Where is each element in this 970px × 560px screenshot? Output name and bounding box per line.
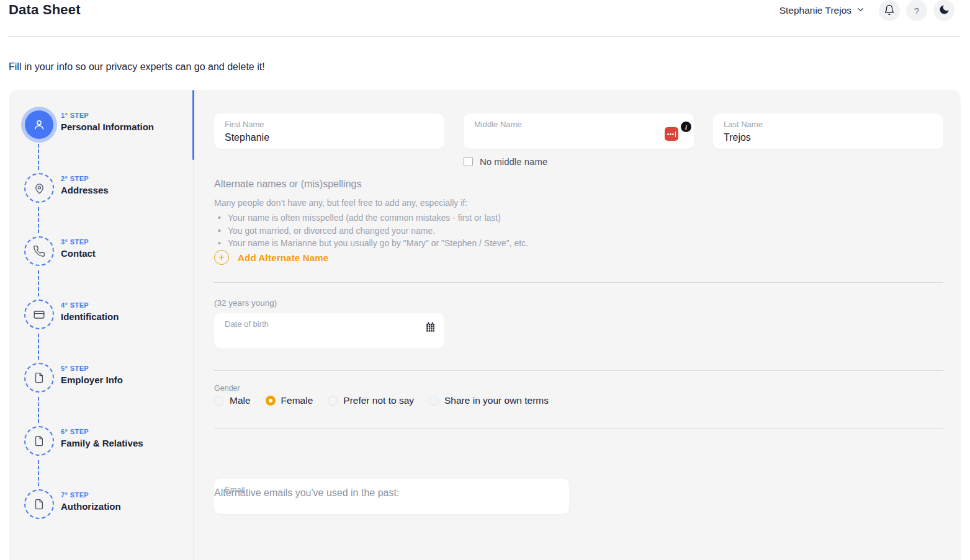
stepper: 1° STEPPersonal Information2° STEPAddres… — [9, 110, 193, 553]
step-number: 7° STEP — [61, 491, 121, 499]
moon-icon — [938, 4, 950, 17]
add-alternate-name-button[interactable]: + Add Alternate Name — [214, 250, 328, 265]
alternate-names-heading: Alternate names or (mis)spellings — [214, 179, 361, 190]
no-middle-name-row: No middle name — [464, 156, 547, 167]
alternate-names-bullet: Your name is often misspelled (add the c… — [218, 211, 528, 224]
step-number: 3° STEP — [61, 238, 96, 246]
step-number: 5° STEP — [61, 365, 123, 372]
step-number: 4° STEP — [61, 301, 119, 309]
section-divider — [214, 428, 943, 429]
age-note: (32 years young) — [214, 298, 277, 308]
first-name-label: First Name — [225, 120, 434, 129]
alternate-names-bullet: You got married, or divorced and changed… — [218, 224, 528, 238]
alternate-names-bullets: Your name is often misspelled (add the c… — [218, 211, 528, 250]
page-title: Data Sheet — [9, 2, 81, 18]
gender-option-label: Male — [230, 395, 251, 406]
last-name-field[interactable]: Last Name — [713, 113, 943, 149]
chevron-down-icon — [856, 5, 865, 17]
file-icon — [24, 363, 54, 393]
stepper-divider — [193, 90, 194, 560]
help-button[interactable]: ? — [906, 0, 927, 21]
date-of-birth-field[interactable]: Date of birth — [214, 313, 444, 349]
date-of-birth-label: Date of birth — [225, 319, 434, 329]
alternate-emails-heading: Alternative emails you've used in the pa… — [214, 487, 399, 499]
autofill-extension-icon[interactable] — [665, 127, 678, 141]
stepper-step-employer-info[interactable]: 5° STEPEmployer Info — [9, 363, 193, 426]
gender-options: MaleFemalePrefer not to sayShare in your… — [214, 395, 549, 406]
gender-option-share-in-your-own-terms[interactable]: Share in your own terms — [429, 395, 549, 406]
radio-icon[interactable] — [266, 396, 276, 406]
data-sheet-panel: 1° STEPPersonal Information2° STEPAddres… — [9, 90, 961, 560]
gender-option-male[interactable]: Male — [214, 395, 251, 406]
calendar-icon[interactable] — [424, 321, 436, 336]
gender-label: Gender — [214, 384, 240, 393]
stepper-step-authorization[interactable]: 7° STEPAuthorization — [9, 489, 193, 553]
step-label: Contact — [61, 248, 96, 259]
gender-option-prefer-not-to-say[interactable]: Prefer not to say — [328, 395, 414, 406]
radio-icon[interactable] — [429, 396, 439, 406]
dark-mode-toggle[interactable] — [933, 0, 954, 21]
stepper-step-identification[interactable]: 4° STEPIdentification — [9, 300, 193, 363]
middle-name-input[interactable] — [474, 132, 683, 143]
section-divider — [214, 282, 943, 283]
plus-icon: + — [214, 250, 229, 265]
first-name-field[interactable]: First Name — [214, 113, 444, 149]
file-icon — [24, 489, 54, 519]
user-menu[interactable]: Stephanie Trejos — [779, 5, 865, 17]
last-name-label: Last Name — [724, 120, 933, 129]
add-alternate-name-label: Add Alternate Name — [238, 252, 328, 263]
step-number: 2° STEP — [61, 175, 109, 182]
stepper-step-personal-information[interactable]: 1° STEPPersonal Information — [9, 110, 193, 173]
no-middle-name-checkbox[interactable] — [464, 157, 473, 166]
user-name: Stephanie Trejos — [779, 5, 851, 16]
step-label: Personal Information — [61, 122, 154, 132]
gender-option-label: Female — [281, 395, 313, 406]
gender-option-label: Prefer not to say — [343, 395, 414, 406]
stepper-step-family-relatives[interactable]: 6° STEPFamily & Relatives — [9, 426, 193, 489]
active-step-indicator — [192, 90, 194, 160]
middle-name-field[interactable]: Middle Name i — [464, 113, 694, 149]
page-subtitle: Fill in your info so our privacy experts… — [9, 61, 265, 73]
first-name-input[interactable] — [225, 132, 434, 143]
step-label: Identification — [61, 311, 119, 322]
date-of-birth-input[interactable] — [225, 332, 434, 343]
personal-information-form: First Name Middle Name i Last Name No mi… — [214, 90, 943, 560]
question-mark-icon: ? — [914, 6, 919, 16]
middle-name-label: Middle Name — [474, 120, 683, 129]
radio-icon[interactable] — [328, 396, 338, 406]
map-pin-icon — [24, 173, 54, 203]
name-fields-row: First Name Middle Name i Last Name — [214, 113, 943, 149]
notifications-button[interactable] — [879, 0, 900, 21]
step-number: 6° STEP — [61, 428, 143, 435]
bell-icon — [884, 4, 895, 17]
radio-icon[interactable] — [214, 396, 224, 406]
app-header: Data Sheet Stephanie Trejos ? — [0, 0, 970, 36]
stepper-step-contact[interactable]: 3° STEPContact — [9, 236, 193, 300]
data-sheet-page: Data Sheet Stephanie Trejos ? — [0, 0, 970, 560]
user-icon — [25, 110, 53, 139]
phone-icon — [24, 236, 54, 266]
alternate-names-bullet: Your name is Marianne but you usually go… — [218, 237, 528, 250]
email-input[interactable] — [225, 497, 559, 509]
header-divider — [9, 36, 961, 37]
file-icon — [24, 426, 54, 456]
section-divider — [214, 370, 943, 371]
alternate-names-intro: Many people don’t have any, but feel fre… — [214, 198, 467, 208]
gender-option-label: Share in your own terms — [444, 395, 549, 406]
step-number: 1° STEP — [61, 112, 154, 119]
step-label: Employer Info — [61, 375, 123, 385]
stepper-step-addresses[interactable]: 2° STEPAddresses — [9, 173, 193, 236]
id-card-icon — [24, 300, 54, 329]
no-middle-name-label: No middle name — [480, 156, 547, 167]
step-label: Family & Relatives — [61, 438, 143, 448]
info-icon[interactable]: i — [681, 122, 691, 132]
step-label: Addresses — [61, 185, 109, 195]
step-label: Authorization — [61, 501, 121, 512]
header-actions: Stephanie Trejos ? — [779, 0, 954, 21]
last-name-input[interactable] — [724, 132, 933, 143]
gender-option-female[interactable]: Female — [266, 395, 313, 406]
